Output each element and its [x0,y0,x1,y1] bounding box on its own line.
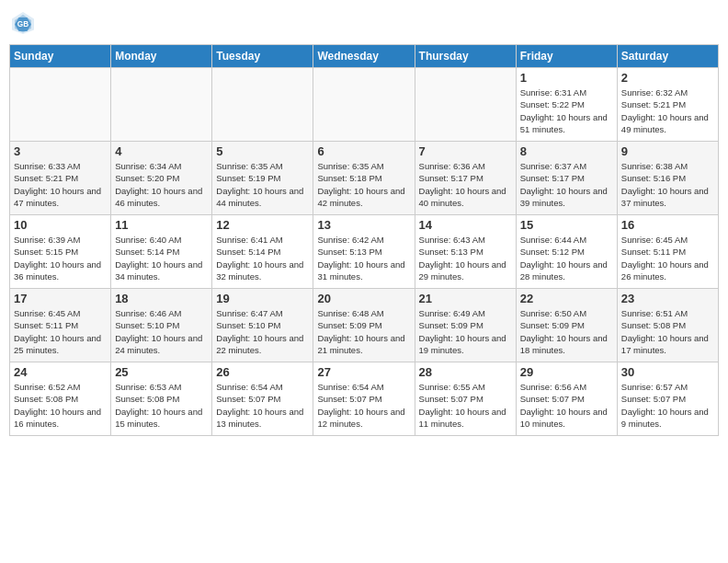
day-number: 19 [216,292,309,305]
calendar-day-cell: 8Sunrise: 6:37 AM Sunset: 5:17 PM Daylig… [516,142,617,215]
day-number: 11 [115,218,208,232]
day-number: 30 [621,365,714,379]
calendar-day-cell [111,68,212,142]
calendar-week-row: 3Sunrise: 6:33 AM Sunset: 5:21 PM Daylig… [10,142,719,215]
day-detail: Sunrise: 6:55 AM Sunset: 5:07 PM Dayligh… [419,381,512,430]
page: GB SundayMondayTuesdayWednesdayThursdayF… [0,0,728,563]
day-detail: Sunrise: 6:38 AM Sunset: 5:16 PM Dayligh… [621,160,714,209]
day-detail: Sunrise: 6:45 AM Sunset: 5:11 PM Dayligh… [621,234,714,282]
day-number: 24 [14,365,107,379]
day-detail: Sunrise: 6:57 AM Sunset: 5:07 PM Dayligh… [621,381,714,430]
calendar-day-cell: 5Sunrise: 6:35 AM Sunset: 5:19 PM Daylig… [212,142,313,215]
calendar-day-cell [313,68,415,142]
day-number: 23 [621,292,714,305]
calendar-day-cell: 10Sunrise: 6:39 AM Sunset: 5:15 PM Dayli… [10,215,111,289]
calendar-day-cell: 6Sunrise: 6:35 AM Sunset: 5:18 PM Daylig… [313,142,415,215]
calendar-day-cell: 21Sunrise: 6:49 AM Sunset: 5:09 PM Dayli… [415,289,516,362]
calendar-day-cell: 11Sunrise: 6:40 AM Sunset: 5:14 PM Dayli… [111,215,212,289]
day-number: 10 [14,218,107,232]
day-detail: Sunrise: 6:53 AM Sunset: 5:08 PM Dayligh… [115,381,208,430]
calendar-day-cell: 13Sunrise: 6:42 AM Sunset: 5:13 PM Dayli… [313,215,415,289]
calendar-day-cell: 17Sunrise: 6:45 AM Sunset: 5:11 PM Dayli… [10,289,111,362]
day-number: 3 [14,144,107,158]
day-number: 9 [621,144,714,158]
day-detail: Sunrise: 6:48 AM Sunset: 5:09 PM Dayligh… [317,307,410,356]
calendar-week-row: 24Sunrise: 6:52 AM Sunset: 5:08 PM Dayli… [10,362,719,436]
weekday-header: Monday [111,45,212,68]
day-number: 18 [115,292,208,305]
day-detail: Sunrise: 6:40 AM Sunset: 5:14 PM Dayligh… [115,234,208,282]
weekday-header: Wednesday [313,45,415,68]
day-number: 16 [621,218,714,232]
calendar-day-cell: 28Sunrise: 6:55 AM Sunset: 5:07 PM Dayli… [415,362,516,436]
calendar-day-cell: 22Sunrise: 6:50 AM Sunset: 5:09 PM Dayli… [516,289,617,362]
day-detail: Sunrise: 6:43 AM Sunset: 5:13 PM Dayligh… [419,234,512,282]
weekday-header: Saturday [617,45,718,68]
weekday-header: Sunday [10,45,111,68]
calendar-day-cell: 16Sunrise: 6:45 AM Sunset: 5:11 PM Dayli… [617,215,718,289]
weekday-header: Friday [516,45,617,68]
day-detail: Sunrise: 6:31 AM Sunset: 5:22 PM Dayligh… [520,86,613,135]
day-number: 5 [216,144,309,158]
day-detail: Sunrise: 6:32 AM Sunset: 5:21 PM Dayligh… [621,86,714,135]
day-detail: Sunrise: 6:46 AM Sunset: 5:10 PM Dayligh… [115,307,208,356]
calendar-day-cell [212,68,313,142]
calendar-day-cell: 9Sunrise: 6:38 AM Sunset: 5:16 PM Daylig… [617,142,718,215]
calendar-day-cell: 14Sunrise: 6:43 AM Sunset: 5:13 PM Dayli… [415,215,516,289]
calendar-day-cell: 25Sunrise: 6:53 AM Sunset: 5:08 PM Dayli… [111,362,212,436]
calendar-day-cell: 24Sunrise: 6:52 AM Sunset: 5:08 PM Dayli… [10,362,111,436]
day-number: 21 [419,292,512,305]
day-detail: Sunrise: 6:54 AM Sunset: 5:07 PM Dayligh… [216,381,309,430]
day-detail: Sunrise: 6:39 AM Sunset: 5:15 PM Dayligh… [14,234,107,282]
header: GB [9,9,719,37]
day-number: 29 [520,365,613,379]
calendar-day-cell: 4Sunrise: 6:34 AM Sunset: 5:20 PM Daylig… [111,142,212,215]
day-detail: Sunrise: 6:44 AM Sunset: 5:12 PM Dayligh… [520,234,613,282]
day-number: 6 [317,144,410,158]
day-number: 12 [216,218,309,232]
day-detail: Sunrise: 6:35 AM Sunset: 5:19 PM Dayligh… [216,160,309,209]
calendar-week-row: 1Sunrise: 6:31 AM Sunset: 5:22 PM Daylig… [10,68,719,142]
day-number: 25 [115,365,208,379]
day-detail: Sunrise: 6:49 AM Sunset: 5:09 PM Dayligh… [419,307,512,356]
svg-text:GB: GB [17,20,28,29]
calendar-day-cell: 12Sunrise: 6:41 AM Sunset: 5:14 PM Dayli… [212,215,313,289]
day-number: 26 [216,365,309,379]
calendar-day-cell [415,68,516,142]
day-number: 7 [419,144,512,158]
weekday-header: Thursday [415,45,516,68]
day-detail: Sunrise: 6:34 AM Sunset: 5:20 PM Dayligh… [115,160,208,209]
calendar-day-cell: 20Sunrise: 6:48 AM Sunset: 5:09 PM Dayli… [313,289,415,362]
day-detail: Sunrise: 6:52 AM Sunset: 5:08 PM Dayligh… [14,381,107,430]
day-number: 28 [419,365,512,379]
calendar-day-cell: 18Sunrise: 6:46 AM Sunset: 5:10 PM Dayli… [111,289,212,362]
day-detail: Sunrise: 6:36 AM Sunset: 5:17 PM Dayligh… [419,160,512,209]
calendar-day-cell: 29Sunrise: 6:56 AM Sunset: 5:07 PM Dayli… [516,362,617,436]
day-detail: Sunrise: 6:37 AM Sunset: 5:17 PM Dayligh… [520,160,613,209]
day-detail: Sunrise: 6:42 AM Sunset: 5:13 PM Dayligh… [317,234,410,282]
calendar-week-row: 10Sunrise: 6:39 AM Sunset: 5:15 PM Dayli… [10,215,719,289]
day-number: 20 [317,292,410,305]
day-number: 8 [520,144,613,158]
day-number: 14 [419,218,512,232]
day-number: 1 [520,71,613,85]
calendar-day-cell: 3Sunrise: 6:33 AM Sunset: 5:21 PM Daylig… [10,142,111,215]
day-detail: Sunrise: 6:50 AM Sunset: 5:09 PM Dayligh… [520,307,613,356]
day-number: 27 [317,365,410,379]
calendar-day-cell: 23Sunrise: 6:51 AM Sunset: 5:08 PM Dayli… [617,289,718,362]
day-detail: Sunrise: 6:56 AM Sunset: 5:07 PM Dayligh… [520,381,613,430]
calendar-day-cell [10,68,111,142]
calendar-day-cell: 26Sunrise: 6:54 AM Sunset: 5:07 PM Dayli… [212,362,313,436]
day-detail: Sunrise: 6:47 AM Sunset: 5:10 PM Dayligh… [216,307,309,356]
day-detail: Sunrise: 6:33 AM Sunset: 5:21 PM Dayligh… [14,160,107,209]
calendar-week-row: 17Sunrise: 6:45 AM Sunset: 5:11 PM Dayli… [10,289,719,362]
calendar-day-cell: 19Sunrise: 6:47 AM Sunset: 5:10 PM Dayli… [212,289,313,362]
calendar-day-cell: 27Sunrise: 6:54 AM Sunset: 5:07 PM Dayli… [313,362,415,436]
logo: GB [9,9,40,37]
day-detail: Sunrise: 6:51 AM Sunset: 5:08 PM Dayligh… [621,307,714,356]
calendar-day-cell: 1Sunrise: 6:31 AM Sunset: 5:22 PM Daylig… [516,68,617,142]
day-number: 4 [115,144,208,158]
calendar-day-cell: 30Sunrise: 6:57 AM Sunset: 5:07 PM Dayli… [617,362,718,436]
calendar-day-cell: 2Sunrise: 6:32 AM Sunset: 5:21 PM Daylig… [617,68,718,142]
day-number: 2 [621,71,714,85]
